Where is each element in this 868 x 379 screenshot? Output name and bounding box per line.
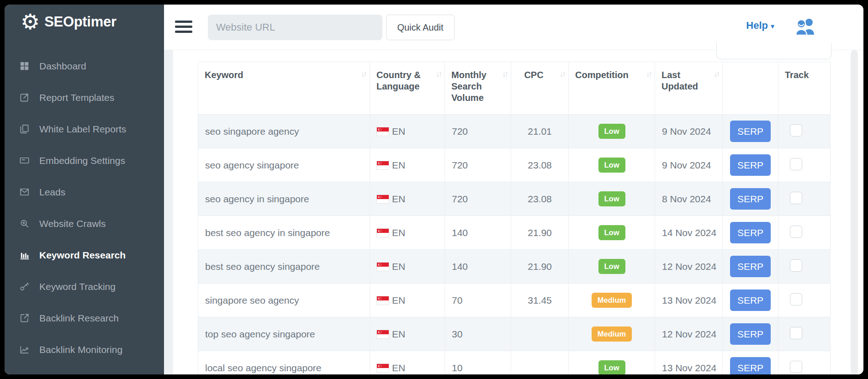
sidebar-item-backlink-research[interactable]: Backlink Research <box>5 302 164 334</box>
app-window: ⚙ SEOptimer Dashboard Report Templates <box>5 5 863 374</box>
cpc-cell: 23.08 <box>511 182 569 216</box>
table-row: best seo agency singapore EN 140 21.90 L… <box>198 250 831 284</box>
sidebar-item-white-label-reports[interactable]: White Label Reports <box>5 113 164 145</box>
serp-button[interactable]: SERP <box>730 154 771 176</box>
sort-icon[interactable]: ↓↑ <box>361 69 366 79</box>
sort-icon[interactable]: ↓↑ <box>646 69 651 79</box>
sidebar-item-label: Report Templates <box>39 92 114 103</box>
leads-icon <box>18 186 30 198</box>
competition-badge: Low <box>598 191 625 206</box>
sidebar-item-label: Dashboard <box>39 61 86 72</box>
serp-button[interactable]: SERP <box>730 256 771 277</box>
column-header-track: Track <box>778 62 831 115</box>
volume-cell: 720 <box>445 148 511 182</box>
sidebar-item-keyword-tracking[interactable]: Keyword Tracking <box>5 271 164 302</box>
track-checkbox[interactable] <box>790 158 802 170</box>
column-header-monthly-search-volume[interactable]: Monthly Search Volume↓↑ <box>445 62 511 115</box>
country-language-cell: EN <box>377 295 445 306</box>
keyword-research-icon <box>18 249 30 261</box>
table-row: seo agency in singapore EN 720 23.08 Low… <box>198 182 831 216</box>
volume-cell: 140 <box>445 250 511 284</box>
quick-audit-button[interactable]: Quick Audit <box>386 15 455 40</box>
date-cell: 12 Nov 2024 <box>655 250 723 284</box>
cpc-cell: 21.90 <box>511 250 569 284</box>
column-header-last-updated[interactable]: Last Updated↓↑ <box>655 62 723 115</box>
serp-button[interactable]: SERP <box>730 222 771 243</box>
date-cell: 13 Nov 2024 <box>655 351 723 375</box>
sidebar-item-dashboard[interactable]: Dashboard <box>5 50 164 82</box>
serp-button[interactable]: SERP <box>730 188 771 210</box>
language-label: EN <box>392 329 405 340</box>
date-cell: 9 Nov 2024 <box>655 148 723 182</box>
track-checkbox[interactable] <box>790 226 802 238</box>
sort-icon[interactable]: ↓↑ <box>560 69 565 79</box>
cpc-cell: 21.90 <box>511 216 569 250</box>
singapore-flag-icon <box>377 195 389 203</box>
keyword-cell: seo agency in singapore <box>198 182 370 216</box>
table-row: best seo agency in singapore EN 140 21.9… <box>198 216 831 250</box>
sidebar-item-embedding-settings[interactable]: Embedding Settings <box>5 145 164 176</box>
competition-badge: Medium <box>592 293 632 308</box>
website-crawls-icon <box>18 218 30 230</box>
table-header: Keyword↓↑ Country & Language↓↑ Monthly S… <box>198 62 831 115</box>
sort-icon[interactable]: ↓↑ <box>714 69 719 79</box>
help-dropdown[interactable]: Help▾ <box>746 20 774 32</box>
column-header-country-language[interactable]: Country & Language↓↑ <box>370 62 445 115</box>
brand-name: SEOptimer <box>44 14 116 30</box>
embedding-settings-icon <box>18 155 30 167</box>
sidebar-item-report-templates[interactable]: Report Templates <box>5 82 164 113</box>
table-search-input[interactable] <box>716 43 831 59</box>
gear-logo-icon: ⚙ <box>21 11 40 32</box>
country-language-cell: EN <box>377 329 445 340</box>
language-label: EN <box>392 261 405 272</box>
track-checkbox[interactable] <box>790 259 802 272</box>
column-header-cpc[interactable]: CPC↓↑ <box>511 62 569 115</box>
sidebar-item-leads[interactable]: Leads <box>5 176 164 208</box>
website-url-input[interactable] <box>208 15 382 40</box>
country-language-cell: EN <box>377 160 445 171</box>
track-checkbox[interactable] <box>790 124 802 137</box>
sidebar-item-label: White Label Reports <box>39 124 126 135</box>
sort-icon[interactable]: ↓↑ <box>436 69 441 79</box>
country-language-cell: EN <box>377 126 445 137</box>
keyword-cell: singapore seo agency <box>198 284 370 317</box>
language-label: EN <box>392 227 405 238</box>
screenshot-frame: ⚙ SEOptimer Dashboard Report Templates <box>0 0 868 379</box>
sidebar-item-website-crawls[interactable]: Website Crawls <box>5 208 164 239</box>
country-language-cell: EN <box>377 194 445 205</box>
cpc-cell <box>511 317 569 351</box>
serp-button[interactable]: SERP <box>730 290 771 311</box>
account-users-icon[interactable] <box>794 17 818 37</box>
serp-button[interactable]: SERP <box>730 357 771 374</box>
hamburger-menu-icon[interactable] <box>175 21 192 34</box>
competition-badge: Low <box>598 158 625 173</box>
table-row: local seo agency singapore EN 10 Low 13 … <box>198 351 831 375</box>
vertical-scrollbar[interactable] <box>851 50 858 374</box>
column-header-keyword[interactable]: Keyword↓↑ <box>198 62 370 115</box>
keyword-tracking-icon <box>18 281 30 293</box>
sidebar-item-keyword-research[interactable]: Keyword Research <box>5 239 164 271</box>
track-checkbox[interactable] <box>790 327 802 339</box>
sidebar-item-label: Website Crawls <box>39 218 106 229</box>
sidebar-item-label: Backlink Monitoring <box>39 344 122 355</box>
track-checkbox[interactable] <box>790 293 802 305</box>
language-label: EN <box>392 295 405 306</box>
keyword-cell: seo agency singapore <box>198 148 370 182</box>
serp-button[interactable]: SERP <box>730 121 771 142</box>
track-checkbox[interactable] <box>790 361 802 373</box>
logo[interactable]: ⚙ SEOptimer <box>21 11 116 32</box>
table-row: top seo agency singapore EN 30 Medium 12… <box>198 317 831 351</box>
country-language-cell: EN <box>377 261 445 272</box>
volume-cell: 720 <box>445 182 511 216</box>
sort-icon[interactable]: ↓↑ <box>502 69 507 79</box>
date-cell: 12 Nov 2024 <box>655 317 723 351</box>
sidebar-item-label: Leads <box>39 187 65 198</box>
volume-cell: 70 <box>445 284 511 317</box>
serp-button[interactable]: SERP <box>730 323 771 345</box>
column-header-competition[interactable]: Competition↓↑ <box>569 62 655 115</box>
cpc-cell: 23.08 <box>511 148 569 182</box>
volume-cell: 720 <box>445 115 511 148</box>
language-label: EN <box>392 363 405 374</box>
track-checkbox[interactable] <box>790 192 802 204</box>
sidebar-item-backlink-monitoring[interactable]: Backlink Monitoring <box>5 334 164 365</box>
